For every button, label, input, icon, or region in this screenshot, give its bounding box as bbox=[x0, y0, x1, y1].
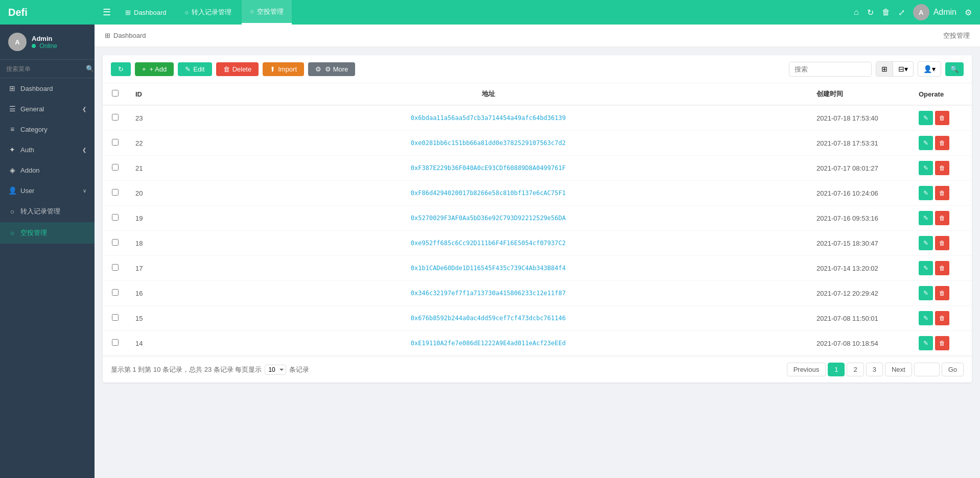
delete-button[interactable]: 🗑 Delete bbox=[216, 62, 259, 76]
import-button[interactable]: ⬆ Import bbox=[263, 62, 304, 76]
row-checkbox[interactable] bbox=[112, 164, 119, 171]
row-checkbox-cell bbox=[103, 131, 127, 156]
per-page-select[interactable]: 10 20 50 bbox=[265, 365, 286, 375]
row-created: 2021-07-16 10:24:06 bbox=[808, 181, 911, 206]
more-button[interactable]: ⚙ ⚙ More bbox=[308, 62, 355, 76]
row-checkbox[interactable] bbox=[112, 189, 119, 196]
fullscreen-icon[interactable]: ⤢ bbox=[898, 8, 905, 17]
row-checkbox[interactable] bbox=[112, 339, 119, 346]
edit-row-button[interactable]: ✎ bbox=[919, 286, 933, 300]
row-checkbox-cell bbox=[103, 156, 127, 181]
search-input[interactable] bbox=[789, 62, 871, 76]
row-address: 0xF86d4294020017b8266e58c810bf137e6cAC75… bbox=[168, 181, 808, 206]
edit-row-button[interactable]: ✎ bbox=[919, 211, 933, 225]
row-checkbox[interactable] bbox=[112, 114, 119, 121]
search-button[interactable]: 🔍 bbox=[945, 62, 964, 76]
sidebar-item-dashboard[interactable]: ⊞ Dashboard bbox=[0, 78, 95, 99]
select-all-checkbox[interactable] bbox=[112, 90, 119, 97]
user-sort-icon[interactable]: 👤▾ bbox=[918, 62, 941, 76]
nav-item-transfer[interactable]: ○ 转入记录管理 bbox=[177, 0, 240, 25]
home-icon[interactable]: ⌂ bbox=[854, 8, 859, 17]
edit-row-button[interactable]: ✎ bbox=[919, 311, 933, 325]
airdrop-mgmt-sidebar-icon: ○ bbox=[8, 229, 16, 237]
created-header: 创建时间 bbox=[808, 83, 911, 105]
add-button[interactable]: + + Add bbox=[135, 62, 174, 76]
edit-row-button[interactable]: ✎ bbox=[919, 261, 933, 275]
row-checkbox[interactable] bbox=[112, 139, 119, 146]
sidebar-search-input[interactable] bbox=[6, 65, 83, 73]
settings-icon[interactable]: ⚙ bbox=[965, 8, 972, 17]
edit-row-button[interactable]: ✎ bbox=[919, 136, 933, 150]
edit-row-button[interactable]: ✎ bbox=[919, 336, 933, 350]
trash-icon[interactable]: 🗑 bbox=[882, 8, 890, 17]
sidebar-menu: ⊞ Dashboard ☰ General ❮ ≡ Category ✦ Aut… bbox=[0, 78, 95, 478]
edit-row-button[interactable]: ✎ bbox=[919, 186, 933, 200]
edit-row-button[interactable]: ✎ bbox=[919, 111, 933, 125]
page-2-button[interactable]: 2 bbox=[847, 363, 864, 376]
row-checkbox[interactable] bbox=[112, 264, 119, 271]
row-id: 21 bbox=[127, 156, 168, 181]
sidebar-item-category[interactable]: ≡ Category bbox=[0, 119, 95, 139]
row-address: 0xe0281bb6c151bb66a81dd0e3782529107563c7… bbox=[168, 131, 808, 156]
page-1-button[interactable]: 1 bbox=[828, 363, 845, 376]
row-checkbox[interactable] bbox=[112, 214, 119, 221]
table-row: 15 0x676b8592b244a0ac4dd59cef7cf473dcbc7… bbox=[103, 306, 972, 331]
sidebar-item-addon[interactable]: ◈ Addon bbox=[0, 160, 95, 180]
row-checkbox-cell bbox=[103, 231, 127, 256]
pagination-bar: 显示第 1 到第 10 条记录，总共 23 条记录 每页显示 10 20 50 … bbox=[103, 356, 972, 383]
refresh-icon[interactable]: ↻ bbox=[867, 8, 874, 17]
next-button[interactable]: Next bbox=[885, 363, 912, 376]
delete-row-button[interactable]: 🗑 bbox=[935, 336, 949, 350]
airdrop-nav-icon: ○ bbox=[250, 8, 254, 15]
status-dot bbox=[32, 44, 36, 48]
action-buttons: ✎ 🗑 bbox=[919, 211, 964, 225]
nav-item-airdrop[interactable]: ○ 空投管理 bbox=[242, 0, 292, 25]
admin-avatar-area[interactable]: A Admin bbox=[913, 4, 956, 20]
sidebar-item-auth[interactable]: ✦ Auth ❮ bbox=[0, 139, 95, 160]
edit-row-button[interactable]: ✎ bbox=[919, 161, 933, 175]
row-actions: ✎ 🗑 bbox=[911, 181, 972, 206]
dashboard-sidebar-icon: ⊞ bbox=[8, 84, 16, 92]
row-checkbox-cell bbox=[103, 281, 127, 306]
top-nav-items: ⊞ Dashboard ○ 转入记录管理 ○ 空投管理 bbox=[117, 0, 854, 25]
page-title: 空投管理 bbox=[943, 31, 970, 40]
delete-row-button[interactable]: 🗑 bbox=[935, 136, 949, 150]
row-checkbox[interactable] bbox=[112, 314, 119, 321]
sidebar-item-airdrop-mgmt[interactable]: ○ 空投管理 bbox=[0, 222, 95, 244]
grid-view-icon[interactable]: ⊟▾ bbox=[893, 62, 913, 76]
sidebar-item-general[interactable]: ☰ General ❮ bbox=[0, 99, 95, 119]
breadcrumb-icon: ⊞ bbox=[105, 32, 110, 39]
row-checkbox[interactable] bbox=[112, 239, 119, 246]
pagination-info: 显示第 1 到第 10 条记录，总共 23 条记录 每页显示 10 20 50 … bbox=[111, 365, 309, 375]
row-checkbox[interactable] bbox=[112, 289, 119, 296]
delete-row-button[interactable]: 🗑 bbox=[935, 261, 949, 275]
edit-row-button[interactable]: ✎ bbox=[919, 236, 933, 250]
edit-button[interactable]: ✎ Edit bbox=[178, 62, 212, 76]
sidebar-item-user[interactable]: 👤 User ∨ bbox=[0, 180, 95, 201]
delete-row-button[interactable]: 🗑 bbox=[935, 311, 949, 325]
nav-item-dashboard[interactable]: ⊞ Dashboard bbox=[117, 0, 175, 25]
list-view-icon[interactable]: ⊞ bbox=[876, 62, 893, 76]
go-button[interactable]: Go bbox=[942, 363, 964, 376]
sidebar-search-icon: 🔍 bbox=[86, 65, 94, 73]
go-input[interactable] bbox=[914, 363, 940, 376]
page-3-button[interactable]: 3 bbox=[866, 363, 883, 376]
delete-row-button[interactable]: 🗑 bbox=[935, 186, 949, 200]
delete-row-button[interactable]: 🗑 bbox=[935, 286, 949, 300]
table-row: 18 0xe952ff685c6Cc92D111b6F4F16E5054cf07… bbox=[103, 231, 972, 256]
delete-row-button[interactable]: 🗑 bbox=[935, 236, 949, 250]
previous-button[interactable]: Previous bbox=[787, 363, 826, 376]
row-created: 2021-07-12 20:29:42 bbox=[808, 281, 911, 306]
sidebar-avatar: A bbox=[8, 33, 27, 51]
delete-row-button[interactable]: 🗑 bbox=[935, 111, 949, 125]
table-row: 22 0xe0281bb6c151bb66a81dd0e378252910756… bbox=[103, 131, 972, 156]
refresh-button[interactable]: ↻ bbox=[111, 62, 131, 76]
row-address: 0x5270029F3AF0Aa5bD36e92C793D92212529e56… bbox=[168, 206, 808, 231]
table-row: 17 0x1b1CADe60Dde1D116545F435c739C4Ab343… bbox=[103, 256, 972, 281]
sidebar-item-transfer-mgmt[interactable]: ○ 转入记录管理 bbox=[0, 201, 95, 222]
table-row: 14 0xE19110A2fe7e086dE1222A9E4ad011eAcf2… bbox=[103, 331, 972, 356]
delete-row-button[interactable]: 🗑 bbox=[935, 211, 949, 225]
hamburger-icon[interactable]: ☰ bbox=[103, 7, 111, 18]
more-btn-icon: ⚙ bbox=[315, 65, 321, 73]
delete-row-button[interactable]: 🗑 bbox=[935, 161, 949, 175]
